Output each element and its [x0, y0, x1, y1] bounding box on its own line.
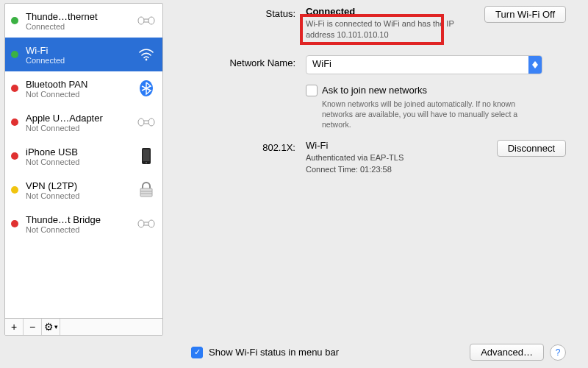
- svg-point-1: [148, 17, 154, 24]
- network-service-sidebar: Thunde…thernet Connected Wi-Fi Connected: [4, 3, 163, 336]
- service-status: Not Connected: [26, 90, 136, 99]
- service-iphone-usb[interactable]: iPhone USB Not Connected: [5, 139, 162, 173]
- ethernet-icon: [136, 12, 157, 29]
- footer-bar: ✓ Show Wi-Fi status in menu bar Advanced…: [0, 344, 588, 361]
- add-service-button[interactable]: +: [5, 319, 24, 335]
- advanced-button[interactable]: Advanced…: [470, 344, 544, 361]
- dot1x-value: Wi-Fi: [306, 140, 497, 151]
- show-wifi-status-checkbox[interactable]: ✓: [191, 347, 203, 358]
- turn-wifi-off-button[interactable]: Turn Wi-Fi Off: [484, 6, 566, 23]
- service-status: Not Connected: [26, 158, 136, 166]
- network-name-select[interactable]: WiFi: [306, 55, 542, 74]
- svg-point-12: [138, 220, 144, 227]
- service-thunderbolt-ethernet[interactable]: Thunde…thernet Connected: [5, 4, 162, 38]
- gear-icon: ⚙︎: [44, 321, 54, 333]
- service-list: Thunde…thernet Connected Wi-Fi Connected: [5, 4, 162, 318]
- ethernet-icon: [136, 215, 157, 233]
- select-arrows-icon: [528, 56, 542, 74]
- svg-rect-7: [143, 149, 150, 161]
- service-name: Bluetooth PAN: [26, 79, 136, 90]
- service-name: Thunde…thernet: [26, 11, 136, 22]
- bluetooth-icon: [136, 79, 157, 97]
- service-status: Connected: [26, 22, 136, 31]
- status-value: Connected: [306, 6, 484, 17]
- service-bluetooth-pan[interactable]: Bluetooth PAN Not Connected: [5, 71, 162, 105]
- status-label: Status:: [185, 6, 306, 40]
- service-thunderbolt-bridge[interactable]: Thunde…t Bridge Not Connected: [5, 207, 162, 241]
- dot1x-connect-time: Connect Time: 01:23:58: [306, 164, 497, 175]
- sidebar-toolbar: + − ⚙︎ ▾: [5, 318, 162, 335]
- status-dot-icon: [11, 17, 18, 24]
- service-name: VPN (L2TP): [26, 180, 136, 191]
- ask-to-join-hint: Known networks will be joined automatica…: [322, 99, 535, 130]
- status-dot-icon: [11, 118, 18, 126]
- phone-icon: [136, 147, 157, 165]
- ethernet-icon: [136, 113, 157, 131]
- service-status: Not Connected: [26, 191, 136, 200]
- show-wifi-status-label: Show Wi-Fi status in menu bar: [209, 347, 339, 358]
- service-status: Connected: [26, 56, 136, 65]
- status-dot-icon: [11, 220, 18, 227]
- disconnect-button[interactable]: Disconnect: [497, 140, 566, 157]
- service-status: Not Connected: [26, 124, 136, 132]
- dot1x-auth-method: Authenticated via EAP-TLS: [306, 152, 497, 163]
- svg-rect-9: [140, 188, 152, 197]
- svg-point-13: [148, 220, 154, 227]
- service-name: iPhone USB: [26, 146, 136, 158]
- status-dot-icon: [11, 186, 18, 194]
- service-apple-usb-adapter[interactable]: Apple U…Adapter Not Connected: [5, 105, 162, 139]
- service-name: Thunde…t Bridge: [26, 214, 136, 225]
- service-actions-button[interactable]: ⚙︎ ▾: [42, 319, 60, 335]
- service-vpn[interactable]: VPN (L2TP) Not Connected: [5, 173, 162, 207]
- service-name: Wi-Fi: [26, 45, 136, 56]
- svg-point-8: [146, 162, 147, 163]
- lock-icon: [136, 181, 157, 199]
- main-panel: Status: Connected Wi-Fi is connected to …: [163, 0, 588, 368]
- status-dot-icon: [11, 85, 18, 92]
- network-name-value: WiFi: [306, 56, 528, 74]
- svg-point-4: [138, 118, 144, 126]
- svg-point-5: [148, 118, 154, 126]
- status-detail: Wi-Fi is connected to WiFi and has the I…: [306, 18, 484, 40]
- status-dot-icon: [11, 51, 18, 58]
- ask-to-join-label: Ask to join new networks: [322, 85, 535, 96]
- help-button[interactable]: ?: [550, 344, 566, 361]
- remove-service-button[interactable]: −: [24, 319, 42, 335]
- svg-point-2: [146, 59, 148, 61]
- wifi-icon: [136, 46, 157, 63]
- service-name: Apple U…Adapter: [26, 113, 136, 124]
- chevron-down-icon: ▾: [54, 323, 58, 330]
- network-name-label: Network Name:: [185, 55, 306, 130]
- ask-to-join-checkbox[interactable]: [306, 85, 318, 96]
- status-dot-icon: [11, 152, 18, 160]
- service-status: Not Connected: [26, 225, 136, 234]
- service-wifi[interactable]: Wi-Fi Connected: [5, 38, 162, 71]
- svg-point-0: [138, 17, 144, 24]
- dot1x-label: 802.1X:: [185, 140, 306, 175]
